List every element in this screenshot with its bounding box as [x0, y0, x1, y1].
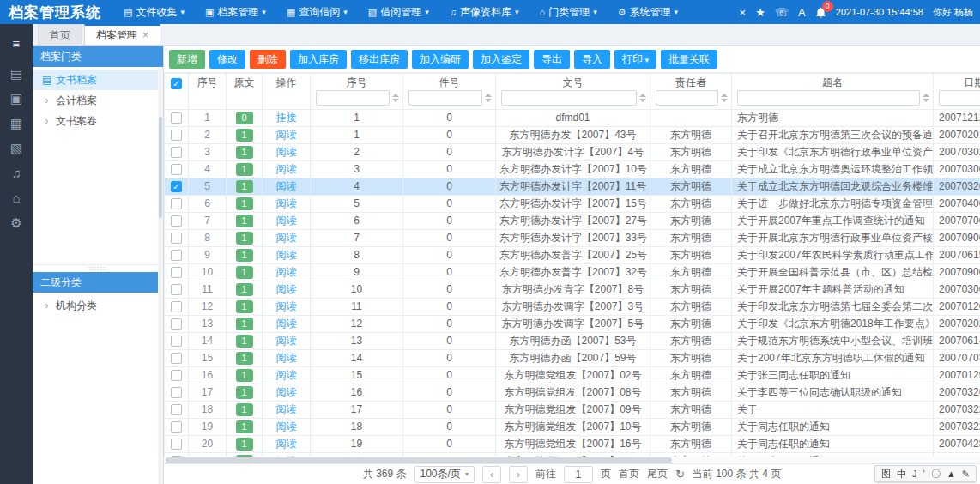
tree-item-document-archive[interactable]: ▤文书档案	[33, 70, 163, 90]
original-count-badge[interactable]: 1	[236, 438, 253, 451]
row-checkbox[interactable]	[171, 233, 182, 244]
row-checkbox[interactable]	[171, 147, 182, 158]
table-row[interactable]: 71阅读60东方明德办发计字【2007】27号东方明德关于开展2007年重点工作…	[165, 213, 980, 230]
row-action-link[interactable]: 阅读	[276, 232, 297, 244]
row-checkbox[interactable]	[171, 301, 182, 312]
original-count-badge[interactable]: 1	[236, 318, 253, 330]
row-action-link[interactable]: 阅读	[276, 352, 297, 364]
row-action-link[interactable]: 挂接	[276, 112, 297, 124]
row-checkbox[interactable]	[171, 439, 182, 450]
delete-button[interactable]: 删除	[250, 50, 286, 69]
table-row[interactable]: 91阅读80东方明德办发普字【2007】25号东方明德关于印发2007年农民科学…	[165, 247, 980, 264]
sort-control-responsible[interactable]	[721, 94, 728, 102]
filter-input-piece[interactable]	[408, 90, 482, 106]
edit-button[interactable]: 修改	[209, 50, 245, 69]
notifications-bell-icon[interactable]: 0	[815, 7, 826, 18]
batch-link-button[interactable]: 批量关联	[661, 50, 717, 69]
category-manage-icon[interactable]: ⌂	[0, 185, 33, 210]
next-page-button[interactable]: ›	[509, 466, 528, 483]
original-count-badge[interactable]: 1	[236, 232, 253, 245]
row-checkbox[interactable]	[171, 284, 182, 295]
file-collect-icon[interactable]: ▤	[0, 61, 33, 86]
row-action-link[interactable]: 阅读	[276, 386, 297, 398]
top-menu-item-query-borrow[interactable]: ▦查询借阅▾	[276, 0, 358, 24]
row-action-link[interactable]: 阅读	[276, 403, 297, 415]
table-row[interactable]: 181阅读170东方明德党组发【2007】09号东方明德关于20070322	[165, 402, 980, 419]
table-row[interactable]: 41阅读30东方明德办发计字【2007】10号东方明德关于成立北京东方明德奥运环…	[165, 161, 980, 178]
original-count-badge[interactable]: 0	[236, 112, 253, 124]
add-button[interactable]: 新增	[169, 50, 205, 69]
horizontal-scrollbar[interactable]	[164, 457, 980, 463]
ime-item[interactable]: ✎	[962, 469, 970, 479]
table-row[interactable]: 101阅读90东方明德办发普字【2007】32号东方明德关于开展全国科普示范县（…	[165, 264, 980, 281]
support-phone-icon[interactable]: ☏	[775, 7, 789, 18]
tab-home[interactable]: 首页	[38, 24, 82, 45]
row-action-link[interactable]: 阅读	[276, 146, 297, 158]
original-count-badge[interactable]: 1	[236, 335, 253, 348]
archive-manage-icon[interactable]: ▣	[0, 86, 33, 111]
vertical-scrollbar[interactable]	[158, 67, 163, 484]
row-action-link[interactable]: 阅读	[276, 438, 297, 450]
print-button[interactable]: 打印 ▾	[614, 50, 656, 69]
table-row[interactable]: 151阅读140东方明德办函【2007】59号东方明德关于2007年北京东方明德…	[165, 350, 980, 367]
row-action-link[interactable]: 阅读	[276, 180, 297, 192]
row-checkbox[interactable]	[171, 130, 182, 141]
top-menu-item-media-library[interactable]: ♫声像资料库▾	[439, 0, 529, 24]
original-count-badge[interactable]: 1	[236, 352, 253, 365]
top-menu-item-system-management[interactable]: ⚙系统管理▾	[608, 0, 688, 24]
table-row[interactable]: 111阅读100东方明德办发青字【2007】8号东方明德关于开展2007年主题科…	[165, 281, 980, 299]
query-borrow-icon[interactable]: ▦	[0, 111, 33, 136]
row-action-link[interactable]: 阅读	[276, 283, 297, 295]
row-checkbox[interactable]	[171, 181, 182, 192]
fullscreen-icon[interactable]: ×	[740, 7, 747, 18]
system-manage-icon[interactable]: ⚙	[0, 210, 33, 235]
close-icon[interactable]: ×	[142, 27, 148, 45]
original-count-badge[interactable]: 1	[236, 420, 253, 433]
goto-page-input[interactable]	[564, 466, 593, 483]
ime-item[interactable]: ▲	[947, 469, 956, 479]
table-row[interactable]: 31阅读20东方明德办发计字【2007】4号东方明德关于印发《北京东方明德行政事…	[165, 144, 980, 161]
row-action-link[interactable]: 阅读	[276, 197, 297, 209]
sort-control-title[interactable]	[923, 94, 929, 102]
ime-item[interactable]: ’	[923, 469, 924, 479]
move-out-storeroom-button[interactable]: 移出库房	[351, 50, 408, 69]
row-action-link[interactable]: 阅读	[276, 266, 297, 278]
row-action-link[interactable]: 阅读	[276, 318, 297, 330]
borrow-manage-icon[interactable]: ▧	[0, 136, 33, 160]
row-checkbox[interactable]	[171, 215, 182, 227]
tree-item-organization-category[interactable]: ›机构分类	[33, 295, 163, 316]
favorites-star-icon[interactable]: ★	[755, 7, 765, 18]
row-checkbox[interactable]	[171, 404, 182, 415]
row-action-link[interactable]: 阅读	[276, 129, 297, 141]
row-checkbox[interactable]	[171, 267, 182, 278]
ime-item[interactable]: 中	[897, 469, 906, 479]
original-count-badge[interactable]: 1	[236, 403, 253, 416]
media-library-icon[interactable]: ♫	[0, 160, 33, 185]
refresh-icon[interactable]: ↻	[675, 468, 685, 481]
original-count-badge[interactable]: 1	[236, 300, 253, 313]
table-row[interactable]: 161阅读150东方明德党组发【2007】02号东方明德关于张三同志任职的通知2…	[165, 367, 980, 384]
add-to-appraisal-button[interactable]: 加入鉴定	[473, 50, 529, 69]
row-checkbox[interactable]	[171, 421, 182, 433]
filter-input-docno[interactable]	[501, 90, 637, 106]
table-row[interactable]: 10挂接10dfmd01东方明德20071212	[165, 110, 980, 127]
tree-item-document-volume[interactable]: ›文书案卷	[33, 111, 163, 131]
add-to-storeroom-button[interactable]: 加入库房	[290, 50, 347, 69]
row-checkbox[interactable]	[171, 387, 182, 398]
row-checkbox[interactable]	[171, 336, 182, 347]
top-menu-item-category-management[interactable]: ⌂门类管理▾	[529, 0, 608, 24]
original-count-badge[interactable]: 1	[236, 197, 253, 210]
original-count-badge[interactable]: 1	[236, 249, 253, 262]
filter-input-title[interactable]	[737, 90, 920, 106]
table-row[interactable]: 121阅读110东方明德办发调字【2007】3号东方明德关于印发北京东方明德第七…	[165, 299, 980, 316]
table-row[interactable]: 141阅读130东方明德办函【2007】53号东方明德关于规范东方明德系统中小型…	[165, 333, 980, 350]
table-row[interactable]: 61阅读50东方明德办发计字【2007】15号东方明德关于进一步做好北京东方明德…	[165, 196, 980, 213]
row-checkbox[interactable]	[171, 164, 182, 175]
filter-input-responsible[interactable]	[656, 90, 718, 106]
ime-item[interactable]: J	[912, 469, 917, 479]
row-action-link[interactable]: 阅读	[276, 335, 297, 347]
sort-control-docno[interactable]	[639, 94, 646, 102]
filter-input-date[interactable]	[939, 90, 980, 106]
table-row[interactable]: 51阅读40东方明德办发计字【2007】11号东方明德关于成立北京东方明德回龙观…	[165, 178, 980, 196]
row-action-link[interactable]: 阅读	[276, 300, 297, 312]
